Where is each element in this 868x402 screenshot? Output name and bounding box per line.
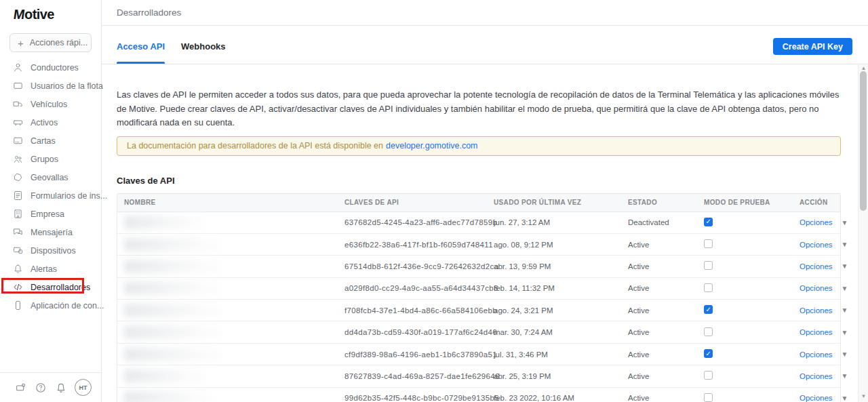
sidebar-item-geovallas[interactable]: Geovallas <box>0 168 101 186</box>
options-link[interactable]: Opciones <box>800 218 833 226</box>
test-mode-checkbox[interactable] <box>704 218 713 226</box>
sidebar-item-conductores[interactable]: Conductores <box>0 58 101 77</box>
sidebar-item-alertas[interactable]: Alertas <box>0 260 101 278</box>
quick-actions-button[interactable]: + Acciones rápi... <box>9 33 92 52</box>
redacted-name <box>124 391 211 402</box>
test-mode-checkbox[interactable] <box>704 371 713 380</box>
sidebar-item-usuarios-de-la-flota[interactable]: Usuarios de la flota <box>0 77 101 95</box>
options-link[interactable]: Opciones <box>800 394 833 402</box>
help-icon[interactable] <box>35 382 47 394</box>
table-row: f708fcb4-37e1-4bd4-a86c-66a584106ebb ago… <box>117 300 840 321</box>
vertical-scrollbar[interactable]: ▲ ▼ <box>858 64 868 402</box>
api-key-value: e636fb22-38a6-417f-bf1b-f6059d748411 <box>343 241 492 249</box>
test-mode-checkbox[interactable] <box>704 239 713 248</box>
options-link[interactable]: Opciones <box>800 372 833 380</box>
scrollbar-down-arrow[interactable]: ▼ <box>859 393 868 401</box>
caret-down-icon[interactable]: ▼ <box>842 306 848 314</box>
redacted-name <box>124 260 220 273</box>
sidebar-item-vehiculos[interactable]: Vehículos <box>0 95 101 113</box>
redacted-name <box>124 325 220 339</box>
test-mode-checkbox[interactable] <box>704 305 713 314</box>
table-row: e636fb22-38a6-417f-bf1b-f6059d748411 ago… <box>117 234 840 256</box>
table-header-row: NOMBRE CLAVES DE API USADO POR ÚLTIMA VE… <box>117 194 840 212</box>
action-cell: Opciones ▼ <box>794 350 848 359</box>
person-icon <box>12 62 24 73</box>
notifications-bell-icon[interactable] <box>55 382 67 394</box>
device-icon[interactable] <box>15 382 27 394</box>
table-row: 87627839-c4ad-469a-8257-dae1fe629646 abr… <box>117 365 840 387</box>
sidebar-item-cartas[interactable]: Cartas <box>0 132 101 150</box>
options-link[interactable]: Opciones <box>800 284 833 292</box>
test-mode-checkbox[interactable] <box>704 283 713 292</box>
test-mode-checkbox[interactable] <box>704 393 713 402</box>
caret-down-icon[interactable]: ▼ <box>842 329 848 336</box>
col-header-accion: ACCIÓN <box>794 199 840 206</box>
caret-down-icon[interactable]: ▼ <box>842 350 848 358</box>
tab-webhooks[interactable]: Webhooks <box>181 41 226 64</box>
scrollbar-thumb[interactable] <box>860 71 867 211</box>
user-avatar[interactable]: HT <box>75 379 92 396</box>
name-cell <box>117 391 343 402</box>
options-link[interactable]: Opciones <box>800 306 833 315</box>
sidebar-item-aplicacion-de-con[interactable]: Aplicación de con... <box>0 296 101 315</box>
options-link[interactable]: Opciones <box>800 328 833 336</box>
sidebar-item-grupos[interactable]: Grupos <box>0 150 101 168</box>
tab-acceso-api[interactable]: Acceso API <box>117 41 165 64</box>
status-value: Active <box>621 262 697 270</box>
action-cell: Opciones ▼ <box>794 218 848 226</box>
options-link[interactable]: Opciones <box>800 241 833 249</box>
api-description-text: Las claves de API le permiten acceder a … <box>117 88 841 130</box>
redacted-name <box>124 369 204 383</box>
sidebar-item-desarrolladores[interactable]: Desarrolladores <box>0 278 101 296</box>
status-value: Active <box>621 350 697 359</box>
sidebar-footer: HT <box>0 372 101 402</box>
action-cell: Opciones ▼ <box>794 284 848 292</box>
options-link[interactable]: Opciones <box>800 262 833 270</box>
action-cell: Opciones ▼ <box>794 328 848 336</box>
col-header-usado: USADO POR ÚLTIMA VEZ <box>492 199 621 206</box>
test-mode-cell <box>697 261 794 271</box>
create-api-key-button[interactable]: Create API Key <box>773 38 852 55</box>
name-cell <box>117 281 343 295</box>
test-mode-checkbox[interactable] <box>704 349 713 358</box>
sidebar-item-mensajeria[interactable]: Mensajería <box>0 223 101 241</box>
quick-actions-label: Acciones rápi... <box>30 38 87 47</box>
table-row: cf9df389-98a6-4196-aeb1-1b6c37890a51 jul… <box>117 344 840 365</box>
status-value: Active <box>621 241 697 249</box>
options-link[interactable]: Opciones <box>800 350 833 359</box>
test-mode-cell <box>697 349 794 359</box>
table-row: dd4da73b-cd59-430f-a019-177af6c24d46 mar… <box>117 321 840 343</box>
bell-icon <box>12 263 24 275</box>
caret-down-icon[interactable]: ▼ <box>842 262 848 270</box>
developer-docs-link[interactable]: developer.gomotive.com <box>386 141 478 150</box>
api-key-value: f708fcb4-37e1-4bd4-a86c-66a584106ebb <box>343 306 492 315</box>
last-used-value: mar. 30, 7:24 AM <box>492 328 621 336</box>
action-cell: Opciones ▼ <box>794 306 848 315</box>
table-row: 99d62b35-42f5-448c-b9bc-0729be9135b5 feb… <box>117 388 840 402</box>
sidebar-item-empresa[interactable]: Empresa <box>0 205 101 223</box>
api-key-value: dd4da73b-cd59-430f-a019-177af6c24d46 <box>343 328 492 336</box>
test-mode-cell <box>697 371 794 381</box>
test-mode-checkbox[interactable] <box>704 327 713 336</box>
col-header-nombre: NOMBRE <box>117 199 343 206</box>
col-header-estado: ESTADO <box>621 199 697 206</box>
geofence-icon <box>12 172 24 183</box>
caret-down-icon[interactable]: ▼ <box>842 395 848 402</box>
test-mode-cell <box>697 239 794 249</box>
caret-down-icon[interactable]: ▼ <box>842 219 848 226</box>
test-mode-cell <box>697 305 794 315</box>
caret-down-icon[interactable]: ▼ <box>842 285 848 292</box>
test-mode-checkbox[interactable] <box>704 261 713 270</box>
caret-down-icon[interactable]: ▼ <box>842 241 848 248</box>
last-used-value: feb. 23 2022, 10:16 AM <box>492 394 621 402</box>
last-used-value: jun. 27, 3:12 AM <box>492 218 621 226</box>
sidebar-item-dispositivos[interactable]: Dispositivos <box>0 241 101 260</box>
caret-down-icon[interactable]: ▼ <box>842 372 848 380</box>
last-used-value: feb. 14, 11:32 PM <box>492 284 621 292</box>
col-header-claves: CLAVES DE API <box>343 199 492 206</box>
action-cell: Opciones ▼ <box>794 372 848 380</box>
sidebar-item-formularios-de-ins[interactable]: Formularios de ins... <box>0 186 101 205</box>
redacted-name <box>124 281 220 295</box>
name-cell <box>117 325 343 339</box>
sidebar-item-activos[interactable]: Activos <box>0 113 101 132</box>
